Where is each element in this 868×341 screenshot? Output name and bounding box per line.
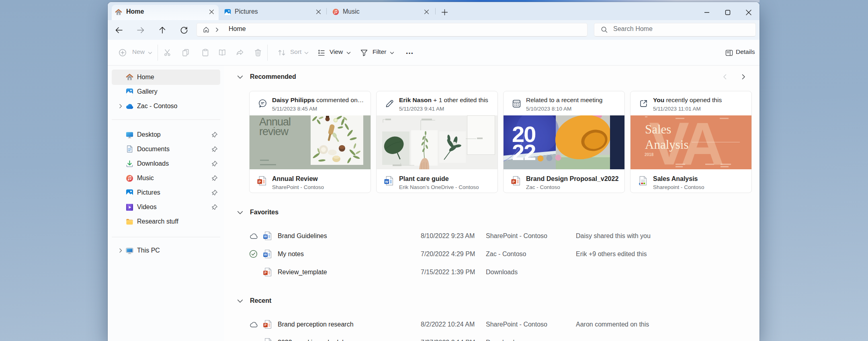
svg-text:W: W bbox=[264, 253, 267, 257]
svg-text:P: P bbox=[264, 323, 267, 327]
svg-text:W: W bbox=[264, 235, 267, 238]
svg-text:P: P bbox=[512, 180, 515, 184]
svg-text:P: P bbox=[264, 271, 267, 275]
svg-text:W: W bbox=[385, 180, 389, 184]
svg-text:P: P bbox=[258, 180, 261, 184]
